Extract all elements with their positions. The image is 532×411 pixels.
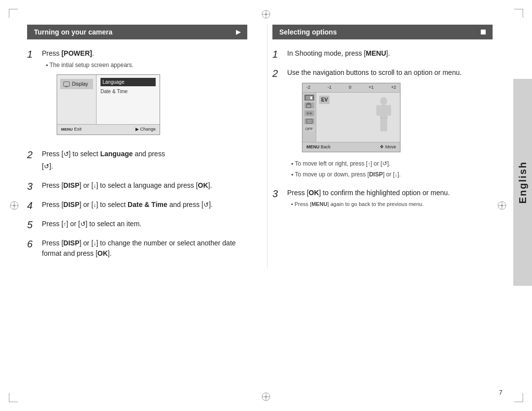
camera-left-panel: Display [57,75,97,124]
ev-body: OFF EV [302,93,400,142]
camera-screen-mockup: Display Language Date & Time MENU [57,74,160,135]
step-num-5: 5 [27,219,37,231]
left-step-3: 3 Press [DISP] or [↓] to select a langua… [27,180,247,193]
ev-icon-5: OFF [304,126,314,132]
left-step-2: 2 Press [↺] to select Language and press… [27,149,247,173]
step-content-5: Press [↑] or [↺] to select an item. [42,219,247,231]
ev-scale: -2 -1 0 +1 +2 [302,83,400,93]
svg-rect-33 [380,118,384,132]
right-step-content-3: Press [OK] to confirm the highlighted op… [287,188,493,210]
page-content: Turning on your camera ▶ 1 Press [POWER]… [0,0,512,411]
right-step-content-2: Use the navigation buttons to scroll to … [287,68,493,181]
change-label: ▶ Change [135,126,156,133]
right-step-3: 3 Press [OK] to confirm the highlighted … [272,188,493,210]
right-section-title: Selecting options [279,28,337,36]
svg-rect-16 [64,82,69,86]
left-step-5: 5 Press [↑] or [↺] to select an item. [27,219,247,231]
ev-main: EV [316,93,400,142]
page-number: 7 [499,389,502,396]
step-content-6: Press [DISP] or [↓] to change the number… [42,238,247,261]
right-section-square [481,30,486,34]
language-tab: English [513,79,532,286]
step-content-3: Press [DISP] or [↓] to select a language… [42,180,247,193]
menu-item-date-time: Date & Time [100,87,156,96]
left-column: Turning on your camera ▶ 1 Press [POWER]… [27,25,252,268]
left-section-arrow: ▶ [236,29,240,35]
right-step-1: 1 In Shooting mode, press [MENU]. [272,48,493,61]
ev-label: EV [319,96,330,104]
step-content-4: Press [DISP] or [↓] to select Date & Tim… [42,200,247,212]
left-section-header: Turning on your camera ▶ [27,25,247,39]
right-step-num-1: 1 [272,48,282,60]
ev-footer: MENU Back ❖ Move [302,142,400,152]
right-bullet-2: To move up or down, press [DISP] or [↓]. [287,170,493,179]
svg-rect-32 [388,105,391,116]
svg-rect-31 [376,105,380,116]
right-bullet-3: Press [MENU] again to go back to the pre… [287,200,493,208]
left-section-title: Turning on your camera [34,28,112,36]
ev-icons: OFF [302,93,316,142]
step-num-2: 2 [27,149,37,161]
step-num-6: 6 [27,238,37,250]
ev-footer-move: ❖ Move [380,144,396,151]
menu-item-language: Language [100,78,156,86]
step-num-3: 3 [27,180,37,192]
corner-mark-tr [514,9,523,18]
ev-icon-1 [304,95,314,101]
step-content-1: Press [POWER]. The intial setup screen a… [42,48,247,142]
exit-label: Exit [74,126,82,133]
corner-mark-br [514,393,523,402]
ev-screen-mockup: -2 -1 0 +1 +2 [302,83,400,152]
right-step-num-2: 2 [272,68,282,79]
display-icon-item: Display [60,79,93,89]
left-step-4: 4 Press [DISP] or [↓] to select Date & T… [27,200,247,212]
svg-rect-30 [380,105,388,119]
step-num-4: 4 [27,200,37,211]
language-tab-label: English [517,161,529,204]
display-label: Display [72,80,88,88]
camera-footer: MENU Exit ▶ Change [57,124,160,135]
right-bullet-1: To move left or right, press [↑] or [↺]. [287,159,493,168]
svg-point-29 [380,97,387,105]
ev-icon-3 [304,110,314,116]
right-step-num-3: 3 [272,188,282,200]
step-content-2: Press [↺] to select Language and press [… [42,149,247,173]
display-icon [63,81,70,87]
left-step-1: 1 Press [POWER]. The intial setup screen… [27,48,247,142]
camera-right-panel: Language Date & Time [97,75,160,124]
ev-footer-back: MENU Back [306,144,331,151]
menu-label: MENU [61,127,73,133]
camera-footer-left: MENU Exit [61,126,82,133]
svg-rect-20 [312,97,313,99]
left-step-6: 6 Press [DISP] or [↓] to change the numb… [27,238,247,261]
right-step-content-1: In Shooting mode, press [MENU]. [287,48,493,61]
right-step-2: 2 Use the navigation buttons to scroll t… [272,68,493,181]
ev-icon-4 [304,118,314,124]
svg-rect-34 [384,118,387,132]
step-num-1: 1 [27,48,37,60]
right-column: Selecting options 1 In Shooting mode, pr… [267,25,493,268]
ev-person-silhouette [371,96,396,138]
ev-icon-2 [304,103,314,108]
svg-rect-21 [306,97,310,99]
right-section-header: Selecting options [272,25,493,39]
